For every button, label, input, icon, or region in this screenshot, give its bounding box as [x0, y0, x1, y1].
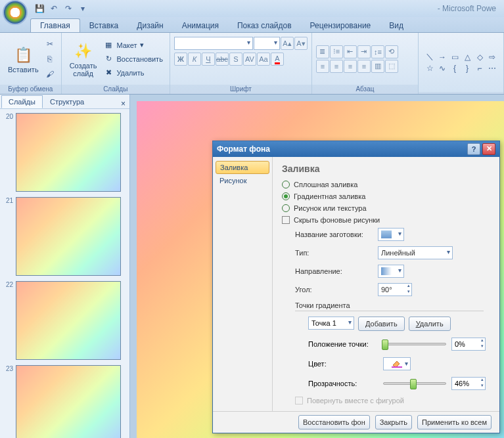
radio-picture[interactable]: Рисунок или текстура — [282, 204, 490, 212]
tab-animation[interactable]: Анимация — [173, 19, 228, 32]
grow-font-icon[interactable]: A▴ — [281, 37, 294, 50]
shapes-gallery[interactable]: ＼ → ▭ △ ◇ ⇨ ☆ ∿ { } ⌐ ⋯ — [423, 51, 499, 75]
text-direction-button[interactable]: ⟲ — [385, 45, 398, 58]
paste-icon: 📋 — [12, 45, 34, 66]
align-right-button[interactable]: ≡ — [344, 60, 357, 73]
tab-fill[interactable]: Заливка — [216, 161, 269, 174]
align-center-button[interactable]: ≡ — [330, 60, 343, 73]
layout-button[interactable]: ▦Макет ▾ — [101, 39, 165, 52]
close-icon[interactable]: ✕ — [482, 143, 495, 155]
numbering-button[interactable]: ⁝≡ — [330, 45, 343, 58]
tab-outline[interactable]: Структура — [43, 95, 91, 108]
dialog-titlebar[interactable]: Формат фона ? ✕ — [213, 141, 499, 157]
shape-connector-icon[interactable]: ⌐ — [474, 63, 486, 74]
checkbox-hide-bg[interactable]: Скрыть фоновые рисунки — [282, 216, 490, 224]
apply-all-button[interactable]: Применить ко всем — [417, 415, 492, 429]
position-spinner[interactable]: 0% — [451, 338, 486, 351]
redo-icon[interactable]: ↷ — [62, 2, 75, 15]
shape-star-icon[interactable]: ☆ — [424, 63, 436, 74]
shape-brace2-icon[interactable]: } — [461, 63, 473, 74]
office-button[interactable] — [3, 0, 28, 25]
tab-slides[interactable]: Слайды — [1, 95, 43, 108]
add-stop-button[interactable]: Добавить — [358, 317, 405, 331]
shape-arrow2-icon[interactable]: ⇨ — [486, 52, 498, 62]
group-clipboard: 📋 Вставить ✂ ⎘ 🖌 Буфер обмена — [0, 33, 62, 94]
position-slider[interactable] — [383, 343, 446, 345]
thumb-23[interactable]: 23 — [3, 365, 127, 438]
group-font: A▴ A▾ Ж К Ч abc S AV Aa A Шрифт — [170, 33, 312, 94]
underline-button[interactable]: Ч — [202, 53, 215, 66]
indent-dec-button[interactable]: ⇤ — [344, 45, 357, 58]
convert-smartart-button[interactable]: ⬚ — [385, 60, 398, 73]
save-icon[interactable]: 💾 — [33, 2, 46, 15]
thumb-21[interactable]: 21 — [3, 197, 127, 276]
reset-button[interactable]: ↻Восстановить — [101, 53, 165, 66]
tab-view[interactable]: Вид — [380, 19, 413, 32]
thumb-22[interactable]: 22 — [3, 281, 127, 360]
undo-icon[interactable]: ↶ — [47, 2, 60, 15]
spacing-button[interactable]: AV — [243, 53, 256, 66]
delete-button[interactable]: ✖Удалить — [101, 66, 165, 79]
shadow-button[interactable]: S — [229, 53, 242, 66]
copy-icon[interactable]: ⎘ — [43, 52, 57, 66]
preset-dropdown[interactable] — [378, 228, 404, 241]
shape-diamond-icon[interactable]: ◇ — [474, 52, 486, 62]
transparency-spinner[interactable]: 46% — [451, 377, 486, 390]
close-panel-icon[interactable]: × — [117, 99, 129, 108]
close-button[interactable]: Закрыть — [375, 415, 412, 429]
shape-line-icon[interactable]: ＼ — [424, 52, 436, 62]
align-left-button[interactable]: ≡ — [316, 60, 329, 73]
justify-button[interactable]: ≡ — [357, 60, 371, 73]
line-spacing-button[interactable]: ↕≡ — [371, 45, 384, 58]
ribbon: 📋 Вставить ✂ ⎘ 🖌 Буфер обмена ✨ Создать … — [0, 33, 504, 95]
font-color-button[interactable]: A — [271, 53, 284, 66]
shape-more-icon[interactable]: ⋯ — [486, 63, 498, 74]
reset-background-button[interactable]: Восстановить фон — [298, 415, 370, 429]
font-size-dropdown[interactable] — [254, 37, 280, 50]
font-family-dropdown[interactable] — [174, 37, 253, 50]
new-slide-button[interactable]: ✨ Создать слайд — [66, 39, 101, 79]
angle-spinner[interactable]: 90° — [378, 283, 412, 296]
format-painter-icon[interactable]: 🖌 — [43, 67, 57, 81]
cut-icon[interactable]: ✂ — [43, 37, 57, 51]
stop-dropdown[interactable]: Точка 1 — [308, 317, 354, 330]
thumbnails[interactable]: 20 21 22 23 — [0, 109, 129, 438]
shape-brace-icon[interactable]: { — [449, 63, 461, 74]
shape-rect-icon[interactable]: ▭ — [449, 52, 461, 62]
tab-insert[interactable]: Вставка — [80, 19, 128, 32]
radio-gradient[interactable]: Градиентная заливка — [282, 192, 490, 200]
direction-dropdown[interactable] — [378, 265, 404, 278]
tab-home[interactable]: Главная — [30, 18, 80, 32]
group-slides: ✨ Создать слайд ▦Макет ▾ ↻Восстановить ✖… — [62, 33, 170, 94]
shape-curve-icon[interactable]: ∿ — [436, 63, 448, 74]
bullets-button[interactable]: ≣ — [316, 45, 329, 58]
italic-button[interactable]: К — [188, 53, 201, 66]
label-stops: Точки градиента — [295, 301, 490, 313]
bold-button[interactable]: Ж — [174, 53, 187, 66]
indent-inc-button[interactable]: ⇥ — [357, 45, 371, 58]
tab-slideshow[interactable]: Показ слайдов — [228, 19, 301, 32]
paste-button[interactable]: 📋 Вставить — [4, 43, 43, 75]
shape-triangle-icon[interactable]: △ — [461, 52, 473, 62]
thumb-20[interactable]: 20 — [3, 113, 127, 192]
type-dropdown[interactable]: Линейный — [378, 246, 453, 259]
help-icon[interactable]: ? — [467, 143, 480, 155]
case-button[interactable]: Aa — [257, 53, 270, 66]
qat-more-icon[interactable]: ▾ — [76, 2, 89, 15]
tab-review[interactable]: Рецензирование — [301, 19, 380, 32]
label-position: Положение точки: — [308, 340, 378, 348]
remove-stop-button[interactable]: Удалить — [409, 317, 451, 331]
tab-design[interactable]: Дизайн — [127, 19, 172, 32]
transparency-slider[interactable] — [383, 382, 446, 385]
strike-button[interactable]: abc — [216, 53, 229, 66]
columns-button[interactable]: ▥ — [371, 60, 384, 73]
shape-arrow-icon[interactable]: → — [436, 52, 448, 62]
label-direction: Направление: — [295, 267, 378, 275]
group-paragraph: ≣ ⁝≡ ⇤ ⇥ ↕≡ ⟲ ≡ ≡ ≡ ≡ ▥ ⬚ Абзац — [312, 33, 419, 94]
radio-solid[interactable]: Сплошная заливка — [282, 181, 490, 188]
label-color: Цвет: — [308, 360, 378, 368]
shrink-font-icon[interactable]: A▾ — [294, 37, 308, 50]
tab-picture[interactable]: Рисунок — [213, 174, 272, 187]
color-button[interactable] — [383, 357, 411, 370]
new-slide-label: Создать слайд — [70, 62, 97, 77]
